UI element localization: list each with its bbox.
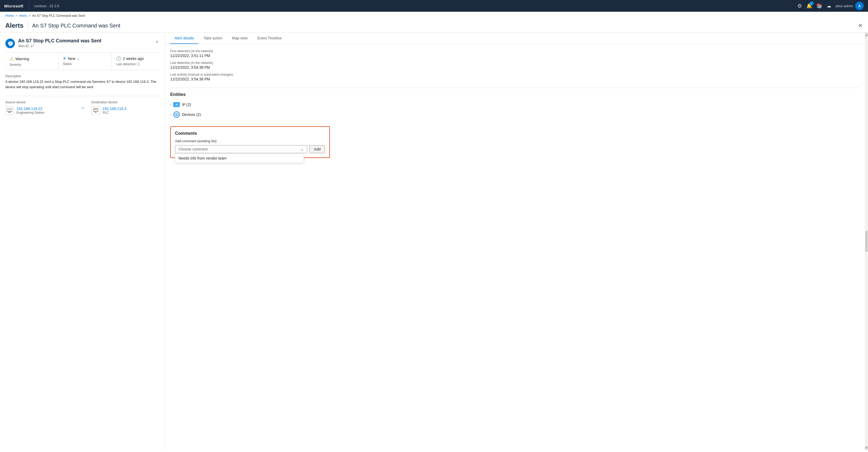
breadcrumb-home[interactable]: Home [5,14,14,18]
svg-rect-7 [95,112,96,113]
source-device-block: Source device </> 192. [5,101,73,115]
ip-entity-icon: IP [174,102,180,107]
devices-entity-label: Devices (2) [182,112,201,117]
entity-devices-row[interactable]: › Devices (2) [170,109,860,120]
page-title: Alerts [5,22,23,29]
content-area: ! An S7 Stop PLC Command was Sent Alert … [0,32,868,450]
user-name: alice-admin [836,4,853,8]
section-divider [170,88,860,88]
severity-label: Severity [9,63,54,66]
tab-map-view[interactable]: Map view [228,33,252,44]
svg-text:!: ! [9,42,10,45]
alert-id: Alert ID: 17 [18,44,101,48]
collapse-button[interactable]: « [155,38,159,45]
last-detection-detail-label: Last detection (in the network) [170,61,860,65]
source-device-icon: </> [5,106,14,115]
left-panel: ! An S7 Stop PLC Command was Sent Alert … [0,33,165,450]
nav-divider [29,3,29,9]
comment-dropdown-menu[interactable]: Needs info from vendor team [175,154,304,163]
detection-value-row: 🕐 2 weeks ago [116,56,161,61]
detection-cell: 🕐 2 weeks ago Last detection ⓘ [112,53,165,70]
comment-dropdown[interactable]: Choose comment ⌄ [175,145,307,153]
svg-rect-5 [8,112,11,113]
alert-title-block: An S7 Stop PLC Command was Sent Alert ID… [18,38,101,48]
breadcrumb-sep-2: > [29,14,31,18]
tabs: Alert details Take action Map view Event… [165,33,865,44]
breadcrumb-current: An S7 Stop PLC Command was Sent [32,14,85,18]
svg-rect-4 [9,112,10,112]
title-divider [28,22,28,29]
ip-chevron-icon: › [170,103,171,107]
close-button[interactable]: ✕ [858,22,863,29]
library-icon[interactable]: 📚 [816,3,822,9]
tab-alert-details[interactable]: Alert details [170,33,198,44]
tab-event-timeline[interactable]: Event Timeline [253,33,286,44]
alert-title: An S7 Stop PLC Command was Sent [18,38,101,44]
scroll-thumb[interactable] [865,231,867,252]
tab-take-action[interactable]: Take action [199,33,227,44]
svg-text:IP: IP [176,104,178,106]
ip-entity-label: IP (2) [182,103,191,107]
svg-text:</>: </> [8,110,10,111]
first-detection-label: First detection (in the network) [170,49,860,53]
severity-value: ⚠ Warning [9,56,54,62]
devices-row: Source device </> 192. [5,101,159,115]
cloud-icon[interactable]: ☁ [827,3,831,9]
last-activity-value: 11/22/2022, 3:54:38 PM [170,77,860,81]
entities-title: Entities [170,92,860,97]
avatar[interactable]: A [855,2,864,10]
source-device-label: Source device [5,101,73,104]
comments-sub-label: Add comment (existing list) [175,139,325,143]
status-text: New [68,56,75,61]
arrow-connector-icon: → [80,105,85,111]
dest-device-ip[interactable]: 192.168.119.3 [103,107,127,111]
dropdown-chevron-icon: ⌄ [301,147,304,151]
warning-icon: ⚠ [9,56,14,62]
detection-text: 2 weeks ago [123,56,144,61]
status-label: Status [63,62,107,66]
breadcrumb-sep-1: > [16,14,17,18]
description-text: A device 192.168.119.22 sent a Stop PLC … [5,79,159,89]
comment-input-row: Choose comment ⌄ Add Needs info from ven… [175,145,325,153]
scroll-down-button[interactable]: ▼ [865,446,868,450]
dest-device-details: 192.168.119.3 PLC [103,107,127,115]
status-row: ⚠ Warning Severity ✳ New ⌄ Status 🕐 2 we… [5,53,159,70]
comment-dropdown-text: Choose comment [179,147,208,151]
dropdown-item-1[interactable]: Needs info from vendor team [175,154,304,163]
notifications-icon[interactable]: 🔔 0 [806,3,812,9]
first-detection-item: First detection (in the network) 11/22/2… [170,49,860,58]
description-section: Description A device 192.168.119.22 sent… [5,74,159,89]
severity-cell: ⚠ Warning Severity [5,53,59,70]
dest-device-block: Destination device 192.168.119.3 [92,101,160,115]
source-device-ip[interactable]: 192.168.119.22 [17,107,44,111]
last-activity-label: Last activity (manual or automated chang… [170,73,860,77]
comments-title: Comments [175,131,325,136]
brand-logo: Microsoft [4,4,23,8]
notification-badge: 0 [809,1,814,6]
last-detection-detail-value: 11/22/2022, 3:54:38 PM [170,65,860,69]
scroll-up-button[interactable]: ▲ [865,33,868,37]
status-dropdown-arrow[interactable]: ⌄ [77,57,80,60]
status-spinner-icon: ✳ [63,56,66,61]
detection-group: First detection (in the network) 11/22/2… [170,49,860,81]
last-detection-item: Last detection (in the network) 11/22/20… [170,61,860,69]
devices-section: Source device </> 192. [5,96,159,115]
right-content: First detection (in the network) 11/22/2… [165,44,865,450]
entity-ip-row[interactable]: › IP IP (2) [170,100,860,109]
breadcrumb-alerts[interactable]: Alerts [19,14,27,18]
user-menu[interactable]: alice-admin A [836,2,864,10]
status-value-row: ✳ New ⌄ [63,56,107,61]
page-header: Alerts An S7 Stop PLC Command was Sent ✕ [0,20,868,32]
devices-entity-icon [174,111,180,118]
info-icon[interactable]: ⓘ [137,62,140,66]
devices-chevron-icon: › [170,113,171,116]
breadcrumb: Home > Alerts > An S7 Stop PLC Command w… [0,12,868,20]
scrollbar-track[interactable]: ▲ ▼ [865,33,868,450]
app-name: contoso - 22.2.6 [34,4,59,8]
description-label: Description [5,74,159,78]
comments-section: Comments Add comment (existing list) Cho… [170,126,330,158]
source-device-details: 192.168.119.22 Engineering Station [17,107,44,115]
dest-device-label: Destination device [92,101,160,104]
settings-icon[interactable]: ⚙ [797,3,802,9]
add-comment-button[interactable]: Add [309,145,325,153]
